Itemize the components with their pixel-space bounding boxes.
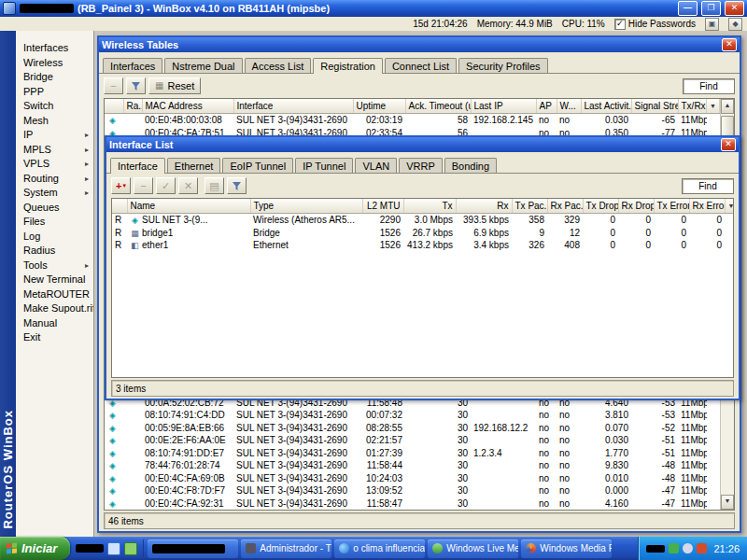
col-header-tx-errors[interactable]: Tx Errors xyxy=(654,199,689,214)
remove-button[interactable]: − xyxy=(134,177,153,194)
hide-passwords-checkbox[interactable]: ✓ xyxy=(614,19,626,30)
tab-eoip-tunnel[interactable]: EoIP Tunnel xyxy=(222,158,293,173)
col-header-name[interactable]: Name xyxy=(127,199,250,214)
add-button[interactable]: +▾ xyxy=(111,177,131,194)
remove-button[interactable]: − xyxy=(104,77,123,94)
col-header-tx-rx-rate[interactable]: Tx/Rx R... xyxy=(678,99,707,114)
col-header-wds[interactable]: W... xyxy=(557,99,581,114)
sidebar-item[interactable]: Make Supout.rif xyxy=(16,301,93,316)
sidebar-item[interactable]: Radius xyxy=(16,244,93,259)
tab-registration[interactable]: Registration xyxy=(313,58,383,74)
tab-interfaces[interactable]: Interfaces xyxy=(103,58,162,73)
col-header-last-ip[interactable]: Last IP xyxy=(471,99,536,114)
close-button[interactable]: ✕ xyxy=(725,1,744,16)
col-header-type[interactable]: Type xyxy=(250,199,362,214)
col-header-uptime[interactable]: Uptime xyxy=(353,99,405,114)
tab-access-list[interactable]: Access List xyxy=(245,58,312,73)
registration-row[interactable]: 08:10:74:91:DD:E7 SUL NET 3-(94)3431-269… xyxy=(105,447,720,460)
sidebar-item[interactable]: Tools ▸ xyxy=(16,259,93,273)
sidebar-item[interactable]: Bridge xyxy=(16,70,93,85)
column-chooser-icon[interactable]: ▼ xyxy=(707,99,720,114)
comment-button[interactable]: ▤ xyxy=(204,177,224,194)
disable-button[interactable]: ✕ xyxy=(178,177,198,194)
registration-row[interactable]: 00:0E:2E:F6:AA:0E SUL NET 3-(94)3431-269… xyxy=(105,434,720,447)
sidebar-item[interactable]: PPP xyxy=(16,85,93,100)
sidebar-item[interactable]: MetaROUTER xyxy=(16,287,93,302)
tab-security-profiles[interactable]: Security Profiles xyxy=(458,58,547,73)
sidebar-item[interactable]: Queues xyxy=(16,201,93,216)
sidebar-item[interactable]: Exit xyxy=(16,330,93,345)
taskbar-item-browser[interactable]: o clima influencia n... xyxy=(334,539,425,558)
sidebar-item[interactable]: Wireless xyxy=(16,56,93,71)
col-header-ap[interactable]: AP xyxy=(536,99,557,114)
sidebar-item[interactable]: Log xyxy=(16,230,93,245)
col-header-tx-drops[interactable]: Tx Drops xyxy=(583,199,618,214)
tab-interface[interactable]: Interface xyxy=(110,158,165,174)
start-button[interactable]: Iniciar xyxy=(0,537,70,560)
sidebar-item[interactable]: Interfaces xyxy=(16,41,93,56)
wireless-tables-title-bar[interactable]: Wireless Tables ✕ xyxy=(99,37,740,52)
tab-bonding[interactable]: Bonding xyxy=(444,158,497,173)
registration-row[interactable]: 00:E0:4C:FA:69:0B SUL NET 3-(94)3431-269… xyxy=(105,472,720,485)
interface-row[interactable]: R SUL NET 3-(9... Wireless (Atheros AR5.… xyxy=(112,214,733,227)
sidebar-item[interactable]: System ▸ xyxy=(16,186,93,201)
quick-launch-icon[interactable] xyxy=(124,542,137,555)
find-button[interactable]: Find xyxy=(682,178,734,194)
sidebar-item[interactable]: New Terminal xyxy=(16,273,93,287)
taskbar-item-administrador[interactable]: Administrador - Tim... xyxy=(241,539,331,558)
wireless-close-icon[interactable]: ✕ xyxy=(722,38,737,51)
lock-icon[interactable]: ▣ xyxy=(705,18,719,31)
sidebar-item[interactable]: Switch xyxy=(16,99,93,114)
tab-ip-tunnel[interactable]: IP Tunnel xyxy=(295,158,353,173)
tray-icon[interactable] xyxy=(683,543,693,553)
reset-button[interactable]: ▦ Reset xyxy=(148,77,201,94)
col-header-ack-timeout[interactable]: Ack. Timeout (us) xyxy=(405,99,471,114)
registration-row[interactable]: 00:E0:4C:F8:7D:F7 SUL NET 3-(94)3431-269… xyxy=(105,484,720,497)
col-header-l2mtu[interactable]: L2 MTU xyxy=(362,199,403,214)
tab-vrrp[interactable]: VRRP xyxy=(399,158,443,173)
col-header-rx[interactable]: Rx xyxy=(456,199,512,214)
registration-row[interactable]: 00:E0:4C:FA:92:31 SUL NET 3-(94)3431-269… xyxy=(105,497,720,511)
taskbar-item-redacted[interactable] xyxy=(148,539,238,558)
quick-launch-icon[interactable] xyxy=(107,542,120,555)
col-header-interface[interactable]: Interface xyxy=(233,99,353,114)
winbox-logo-icon[interactable]: ◆ xyxy=(728,18,742,31)
minimize-button[interactable]: — xyxy=(678,1,698,16)
tab-ethernet[interactable]: Ethernet xyxy=(167,158,221,173)
scroll-down-icon[interactable]: ▼ xyxy=(721,495,734,510)
col-header-icon[interactable] xyxy=(105,99,123,114)
find-button[interactable]: Find xyxy=(683,78,735,94)
col-header-rx-drops[interactable]: Rx Drops xyxy=(618,199,654,214)
sidebar-item[interactable]: MPLS ▸ xyxy=(16,143,93,158)
interface-list-title-bar[interactable]: Interface List ✕ xyxy=(106,137,739,152)
col-header-tx[interactable]: Tx xyxy=(403,199,456,214)
sidebar-item[interactable]: Files xyxy=(16,215,93,230)
interface-row[interactable]: R ether1 Ethernet 1526 413.2 kbps 3.4 kb… xyxy=(112,239,733,252)
col-header-mac-address[interactable]: MAC Address xyxy=(142,99,233,114)
interface-row[interactable]: R bridge1 Bridge 1526 26.7 kbps 6.9 kbps… xyxy=(112,227,733,240)
taskbar-item-media-player[interactable]: Windows Media Pla... xyxy=(521,539,612,558)
sidebar-item[interactable]: Routing ▸ xyxy=(16,172,93,187)
interface-close-icon[interactable]: ✕ xyxy=(721,138,736,151)
registration-row[interactable]: 08:10:74:91:C4:DD SUL NET 3-(94)3431-269… xyxy=(105,409,720,422)
taskbar-item-messenger[interactable]: Windows Live Mess... xyxy=(428,539,518,558)
col-header-rx-errors[interactable]: Rx Errors xyxy=(689,199,725,214)
col-header-tx-packets[interactable]: Tx Pac... xyxy=(512,199,547,214)
sidebar-item[interactable]: Manual xyxy=(16,316,93,331)
enable-button[interactable]: ✓ xyxy=(156,177,176,194)
tray-icon[interactable] xyxy=(669,543,679,553)
column-chooser-icon[interactable]: ▼ xyxy=(725,199,733,214)
filter-button[interactable] xyxy=(227,177,247,194)
registration-row[interactable]: 00:05:9E:8A:EB:66 SUL NET 3-(94)3431-269… xyxy=(105,422,720,435)
tab-vlan[interactable]: VLAN xyxy=(355,158,397,173)
scroll-up-icon[interactable]: ▲ xyxy=(721,99,734,114)
tab-nstreme-dual[interactable]: Nstreme Dual xyxy=(164,58,242,73)
col-header-signal-strength[interactable]: Signal Stre... xyxy=(631,99,678,114)
registration-row[interactable]: 78:44:76:01:28:74 SUL NET 3-(94)3431-269… xyxy=(105,459,720,472)
sidebar-item[interactable]: Mesh xyxy=(16,114,93,129)
filter-button[interactable] xyxy=(126,77,146,94)
tab-connect-list[interactable]: Connect List xyxy=(385,58,457,73)
col-header-last-activity[interactable]: Last Activit... xyxy=(581,99,631,114)
registration-row[interactable]: 00:E0:4B:00:03:08 SUL NET 3-(94)3431-269… xyxy=(105,114,720,127)
sidebar-item[interactable]: VPLS ▸ xyxy=(16,157,93,172)
